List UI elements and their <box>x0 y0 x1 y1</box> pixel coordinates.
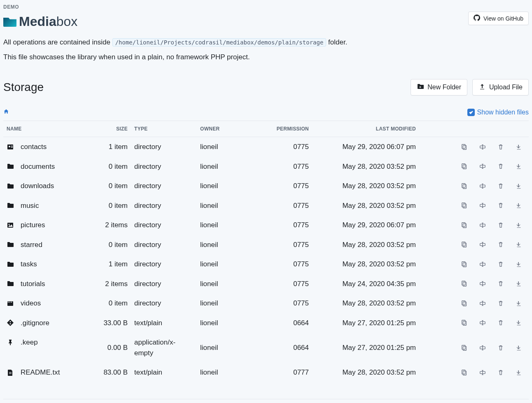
delete-button[interactable] <box>497 345 504 351</box>
copy-button[interactable] <box>461 183 468 189</box>
delete-button[interactable] <box>497 144 504 150</box>
image-icon <box>7 221 14 229</box>
copy-button[interactable] <box>461 261 468 268</box>
file-name[interactable]: tutorials <box>21 279 45 289</box>
file-modified: May 27, 2020 01:25 pm <box>312 313 419 333</box>
file-owner: lioneil <box>197 235 242 255</box>
file-name[interactable]: contacts <box>21 142 47 152</box>
copy-button[interactable] <box>461 241 468 248</box>
folder-icon <box>7 241 14 248</box>
view-on-github-button[interactable]: View on GitHub <box>468 12 529 25</box>
table-row[interactable]: starred 0 item directory lioneil 0775 Ma… <box>3 235 529 255</box>
download-button[interactable] <box>516 280 522 287</box>
delete-button[interactable] <box>497 300 504 307</box>
rename-button[interactable] <box>479 202 486 209</box>
file-owner: lioneil <box>197 254 242 274</box>
github-label: View on GitHub <box>483 15 523 22</box>
col-type[interactable]: TYPE <box>131 121 197 137</box>
table-row[interactable]: tutorials 2 items directory lioneil 0775… <box>3 274 529 294</box>
rename-button[interactable] <box>479 222 486 228</box>
download-button[interactable] <box>516 144 522 150</box>
copy-button[interactable] <box>461 202 468 209</box>
rename-button[interactable] <box>479 319 486 326</box>
col-owner[interactable]: OWNER <box>197 121 242 137</box>
file-owner: lioneil <box>197 333 242 363</box>
file-owner: lioneil <box>197 137 242 157</box>
col-actions <box>419 121 529 137</box>
rename-button[interactable] <box>479 300 486 307</box>
rename-button[interactable] <box>479 369 486 376</box>
copy-button[interactable] <box>461 369 468 376</box>
table-row[interactable]: downloads 0 item directory lioneil 0775 … <box>3 176 529 196</box>
table-row[interactable]: music 0 item directory lioneil 0775 May … <box>3 196 529 216</box>
download-button[interactable] <box>516 261 522 268</box>
col-last-modified[interactable]: LAST MODIFIED <box>312 121 419 137</box>
delete-button[interactable] <box>497 319 504 326</box>
show-hidden-toggle[interactable]: Show hidden files <box>467 107 529 117</box>
download-button[interactable] <box>516 163 522 170</box>
video-icon <box>7 300 14 307</box>
copy-button[interactable] <box>461 144 468 150</box>
download-button[interactable] <box>516 319 522 326</box>
download-button[interactable] <box>516 369 522 376</box>
file-name[interactable]: documents <box>21 161 55 172</box>
download-button[interactable] <box>516 202 522 209</box>
copy-button[interactable] <box>461 345 468 351</box>
rename-button[interactable] <box>479 261 486 268</box>
upload-file-button[interactable]: Upload File <box>472 79 529 96</box>
delete-button[interactable] <box>497 241 504 248</box>
table-row[interactable]: documents 0 item directory lioneil 0775 … <box>3 157 529 177</box>
download-button[interactable] <box>516 183 522 189</box>
file-name[interactable]: .gitignore <box>21 318 49 328</box>
file-size: 1 item <box>98 254 131 274</box>
copy-button[interactable] <box>461 300 468 307</box>
table-row[interactable]: videos 0 item directory lioneil 0775 May… <box>3 294 529 313</box>
download-button[interactable] <box>516 222 522 228</box>
file-size: 2 items <box>98 215 131 235</box>
download-button[interactable] <box>516 300 522 307</box>
download-button[interactable] <box>516 241 522 248</box>
rename-button[interactable] <box>479 163 486 170</box>
rename-button[interactable] <box>479 345 486 351</box>
file-name[interactable]: tasks <box>21 259 37 270</box>
file-name[interactable]: README.txt <box>21 367 60 378</box>
file-modified: May 28, 2020 03:52 pm <box>312 176 419 196</box>
file-name[interactable]: videos <box>21 298 41 309</box>
table-row[interactable]: tasks 1 item directory lioneil 0775 May … <box>3 254 529 274</box>
delete-button[interactable] <box>497 261 504 268</box>
table-row[interactable]: README.txt 83.00 B text/plain lioneil 07… <box>3 363 529 382</box>
col-permission[interactable]: PERMISSION <box>242 121 312 137</box>
file-name[interactable]: music <box>21 200 39 211</box>
file-permission: 0775 <box>242 157 312 177</box>
delete-button[interactable] <box>497 163 504 170</box>
file-modified: May 24, 2020 04:35 pm <box>312 274 419 294</box>
file-name[interactable]: starred <box>21 240 42 250</box>
copy-button[interactable] <box>461 163 468 170</box>
file-permission: 0775 <box>242 215 312 235</box>
delete-button[interactable] <box>497 222 504 228</box>
copy-button[interactable] <box>461 222 468 228</box>
rename-button[interactable] <box>479 280 486 287</box>
col-name[interactable]: NAME <box>3 121 98 137</box>
col-size[interactable]: SIZE <box>98 121 131 137</box>
copy-button[interactable] <box>461 319 468 326</box>
rename-button[interactable] <box>479 183 486 189</box>
folder-icon <box>7 280 14 287</box>
delete-button[interactable] <box>497 280 504 287</box>
new-folder-button[interactable]: New Folder <box>411 79 467 96</box>
delete-button[interactable] <box>497 202 504 209</box>
file-name[interactable]: .keep <box>21 337 38 348</box>
table-row[interactable]: .keep 0.00 B application/x-empty lioneil… <box>3 333 529 363</box>
rename-button[interactable] <box>479 144 486 150</box>
copy-button[interactable] <box>461 280 468 287</box>
file-name[interactable]: pictures <box>21 220 45 231</box>
table-row[interactable]: .gitignore 33.00 B text/plain lioneil 06… <box>3 313 529 333</box>
rename-button[interactable] <box>479 241 486 248</box>
breadcrumb-home[interactable] <box>3 108 9 117</box>
file-name[interactable]: downloads <box>21 181 54 191</box>
delete-button[interactable] <box>497 183 504 189</box>
download-button[interactable] <box>516 345 522 351</box>
table-row[interactable]: pictures 2 items directory lioneil 0775 … <box>3 215 529 235</box>
table-row[interactable]: contacts 1 item directory lioneil 0775 M… <box>3 137 529 157</box>
delete-button[interactable] <box>497 369 504 376</box>
